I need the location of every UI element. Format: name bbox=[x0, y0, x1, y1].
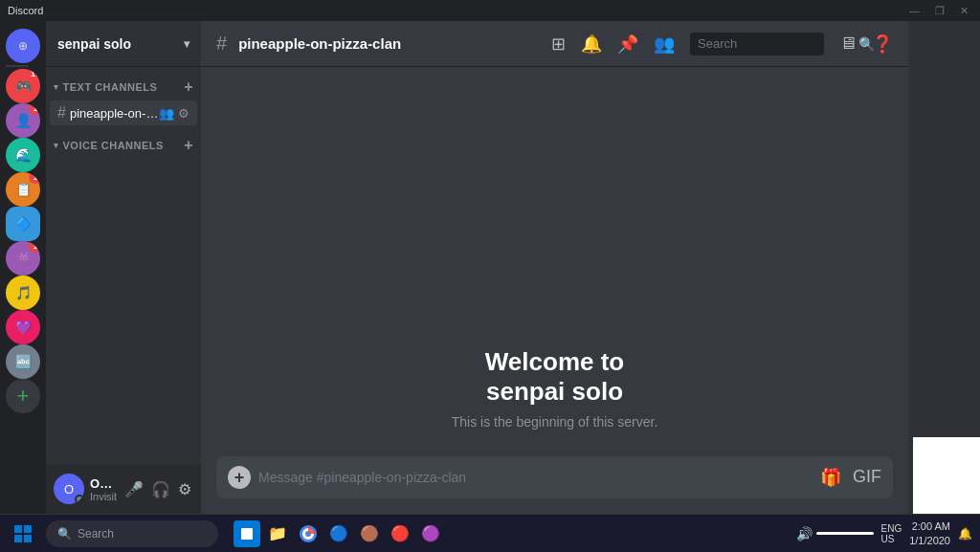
taskbar-search-icon: 🔍 bbox=[57, 527, 72, 541]
restore-button[interactable]: ❐ bbox=[931, 5, 948, 17]
notification-badge: 1 bbox=[29, 241, 40, 253]
start-button[interactable] bbox=[8, 519, 38, 549]
notifications-icon[interactable]: 🔔 bbox=[581, 33, 602, 55]
add-voice-channel-icon[interactable]: + bbox=[184, 137, 193, 154]
category-label: VOICE CHANNELS bbox=[63, 140, 164, 151]
chevron-down-icon: ▾ bbox=[184, 37, 189, 51]
server-icon-server-6[interactable]: 👾1 bbox=[6, 241, 40, 276]
right-panel-white-area bbox=[913, 437, 980, 514]
server-name: senpai solo bbox=[57, 36, 184, 52]
channel-hash-icon: # bbox=[216, 33, 227, 55]
clock-time: 2:00 AM bbox=[909, 519, 950, 533]
svg-rect-0 bbox=[14, 525, 22, 533]
channel-name: pineapple-on-pizza... bbox=[70, 106, 159, 121]
input-right-icons: 🎁 GIF bbox=[820, 467, 881, 488]
hash-settings-icon[interactable]: ⊞ bbox=[551, 33, 566, 55]
notification-badge: 1 bbox=[29, 172, 40, 184]
server-icon-server-7[interactable]: 🎵 bbox=[6, 276, 40, 310]
message-input-area: + 🎁 GIF bbox=[201, 449, 908, 514]
status-indicator bbox=[75, 495, 84, 504]
server-sidebar: ⊕🎮17👤1🌊📋1🔷👾1🎵💜🔤+ bbox=[0, 21, 46, 514]
search-input[interactable] bbox=[698, 36, 858, 51]
members-icon[interactable]: 👥 bbox=[654, 33, 675, 55]
server-icon-discord-home[interactable]: ⊕ bbox=[6, 29, 40, 63]
server-icon-server-add[interactable]: + bbox=[6, 379, 40, 413]
server-icon-server-3[interactable]: 🌊 bbox=[6, 138, 40, 172]
window-controls: — ❐ ✕ bbox=[905, 5, 972, 17]
welcome-to-text: Welcome to bbox=[485, 347, 624, 377]
server-icon-server-8[interactable]: 💜 bbox=[6, 310, 40, 344]
notification-badge: 17 bbox=[29, 69, 40, 80]
channel-header-name: pineapple-on-pizza-clan bbox=[238, 35, 401, 52]
add-file-button[interactable]: + bbox=[228, 466, 251, 489]
notification-badge: 1 bbox=[29, 103, 40, 115]
taskbar-app-4[interactable]: 🔵 bbox=[325, 520, 352, 547]
volume-slider[interactable] bbox=[816, 532, 874, 535]
svg-rect-4 bbox=[241, 528, 253, 540]
welcome-server-name: senpai solo bbox=[486, 377, 623, 407]
gif-icon[interactable]: GIF bbox=[853, 467, 881, 488]
taskbar-apps: 📁 🔵 🟤 🔴 🟣 bbox=[234, 520, 444, 547]
server-icon-server-2[interactable]: 👤1 bbox=[6, 103, 40, 138]
text-channels-category[interactable]: ▾ TEXT CHANNELS + bbox=[46, 75, 201, 99]
channel-item-pineapple[interactable]: # pineapple-on-pizza... 👥 ⚙ bbox=[50, 100, 197, 125]
welcome-block: Welcome to senpai solo This is the begin… bbox=[433, 309, 678, 449]
taskbar-app-2[interactable]: 📁 bbox=[264, 520, 291, 547]
taskbar-app-1[interactable] bbox=[234, 520, 260, 547]
hash-icon: # bbox=[57, 104, 66, 121]
svg-rect-1 bbox=[24, 525, 32, 533]
username: OPPAINO... bbox=[90, 476, 117, 491]
taskbar-clock: 2:00 AM 1/1/2020 bbox=[909, 519, 950, 547]
user-area: O OPPAINO... Invisible 🎤 🎧 ⚙ bbox=[46, 464, 201, 514]
server-icon-server-1[interactable]: 🎮17 bbox=[6, 69, 40, 103]
taskbar-search-text: Search bbox=[78, 527, 114, 541]
header-icons: ⊞ 🔔 📌 👥 🔍 🖥 ❓ bbox=[551, 33, 893, 55]
server-header[interactable]: senpai solo ▾ bbox=[46, 21, 201, 67]
avatar: O bbox=[54, 474, 84, 504]
app-brand: Discord bbox=[8, 5, 43, 16]
taskbar-app-5[interactable]: 🟤 bbox=[356, 520, 383, 547]
taskbar: 🔍 Search 📁 🔵 🟤 🔴 🟣 bbox=[0, 514, 980, 552]
mute-button[interactable]: 🎤 bbox=[122, 478, 145, 500]
minimize-button[interactable]: — bbox=[905, 5, 924, 17]
gear-icon[interactable]: ⚙ bbox=[178, 106, 189, 121]
user-controls: 🎤 🎧 ⚙ bbox=[122, 478, 193, 500]
svg-rect-3 bbox=[24, 535, 32, 542]
clock-date: 1/1/2020 bbox=[909, 534, 950, 547]
search-bar[interactable]: 🔍 bbox=[690, 33, 824, 55]
message-input[interactable] bbox=[258, 470, 813, 485]
category-arrow-icon: ▾ bbox=[54, 141, 59, 150]
close-button[interactable]: ✕ bbox=[956, 5, 972, 17]
taskbar-app-chrome[interactable] bbox=[295, 520, 322, 547]
title-bar: Discord — ❐ ✕ bbox=[0, 0, 980, 21]
people-icon[interactable]: 👥 bbox=[159, 106, 174, 121]
server-icon-server-9[interactable]: 🔤 bbox=[6, 344, 40, 379]
user-info: OPPAINO... Invisible bbox=[90, 476, 117, 502]
channel-list: ▾ TEXT CHANNELS + # pineapple-on-pizza..… bbox=[46, 67, 201, 464]
lang-indicator: ENG US bbox=[881, 523, 902, 544]
inbox-icon[interactable]: 🖥 bbox=[839, 33, 857, 54]
taskbar-search-bar[interactable]: 🔍 Search bbox=[46, 520, 218, 547]
help-icon[interactable]: ❓ bbox=[872, 33, 893, 55]
voice-channels-category[interactable]: ▾ VOICE CHANNELS + bbox=[46, 133, 201, 158]
server-icon-server-4[interactable]: 📋1 bbox=[6, 172, 40, 207]
add-text-channel-icon[interactable]: + bbox=[184, 78, 193, 96]
deafen-button[interactable]: 🎧 bbox=[149, 478, 172, 500]
main-content: # pineapple-on-pizza-clan ⊞ 🔔 📌 👥 🔍 🖥 ❓ … bbox=[201, 21, 908, 514]
settings-button[interactable]: ⚙ bbox=[176, 478, 193, 500]
volume-control: 🔊 bbox=[796, 526, 874, 541]
taskbar-app-7[interactable]: 🟣 bbox=[417, 520, 444, 547]
notifications-area[interactable]: 🔔 bbox=[958, 527, 972, 541]
server-separator bbox=[6, 65, 29, 67]
pin-icon[interactable]: 📌 bbox=[617, 33, 638, 55]
gift-icon[interactable]: 🎁 bbox=[820, 467, 841, 488]
taskbar-app-6[interactable]: 🔴 bbox=[387, 520, 413, 547]
right-panel bbox=[908, 21, 980, 514]
volume-icon[interactable]: 🔊 bbox=[796, 526, 813, 541]
avatar-letter: O bbox=[64, 482, 74, 497]
taskbar-tray: 🔊 ENG US 2:00 AM 1/1/2020 🔔 bbox=[796, 519, 973, 547]
server-icon-server-5[interactable]: 🔷 bbox=[6, 207, 40, 241]
channel-sidebar: senpai solo ▾ ▾ TEXT CHANNELS + # pineap… bbox=[46, 21, 201, 514]
channel-header: # pineapple-on-pizza-clan ⊞ 🔔 📌 👥 🔍 🖥 ❓ bbox=[201, 21, 908, 67]
svg-rect-2 bbox=[14, 535, 22, 542]
